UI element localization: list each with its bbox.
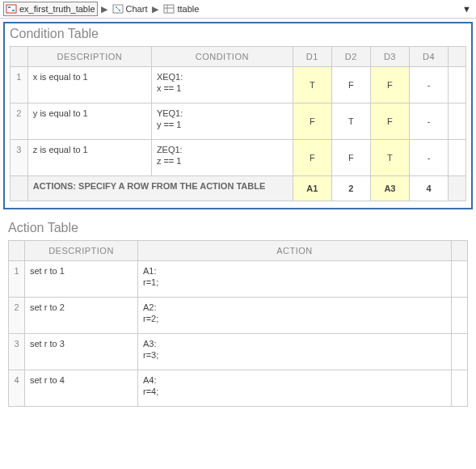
cell-action[interactable]: A4:r=4; [138,370,452,407]
row-number: 3 [9,334,25,370]
cell-description[interactable]: z is equal to 1 [27,140,151,176]
row-number: 2 [9,298,25,334]
cell-description[interactable]: set r to 3 [25,334,138,370]
row-number: 2 [11,104,28,140]
cell-d4[interactable]: - [409,104,448,140]
chart-icon [112,3,124,15]
breadcrumb: ex_first_truth_table ▶ Chart ▶ ttable ▼ [0,0,476,19]
breadcrumb-item-ttable[interactable]: ttable [162,2,200,15]
condition-table-panel: Condition Table DESCRIPTION CONDITION D1… [3,22,473,209]
cell-d3[interactable]: F [370,67,409,104]
header-end [449,47,466,67]
cell-action[interactable]: A2:r=2; [138,298,452,334]
cell-condition[interactable]: ZEQ1:z == 1 [151,140,293,176]
table-row[interactable]: 2 set r to 2 A2:r=2; [9,298,468,334]
table-icon [163,3,175,15]
cell-d2[interactable]: F [331,140,370,176]
header-description: DESCRIPTION [27,47,151,67]
cell-description[interactable]: set r to 1 [25,261,138,298]
cell-d4[interactable]: - [409,67,448,104]
cell-condition[interactable]: XEQ1:x == 1 [151,67,293,104]
breadcrumb-label: Chart [126,4,148,14]
cell-d1[interactable]: F [293,140,331,176]
header-end [452,241,468,261]
action-table-panel: Action Table DESCRIPTION ACTION 1 set r … [3,218,473,407]
cell-d3[interactable]: T [370,140,409,176]
header-description: DESCRIPTION [25,241,138,261]
cell-description[interactable]: y is equal to 1 [27,104,151,140]
table-row[interactable]: 3 set r to 3 A3:r=3; [9,334,468,370]
cell-description[interactable]: x is equal to 1 [27,67,151,104]
header-d4: D4 [409,47,448,67]
cell-action[interactable]: A1:r=1; [138,261,452,298]
actions-cell-d3[interactable]: A3 [370,176,409,201]
actions-row-label: ACTIONS: SPECIFY A ROW FROM THE ACTION T… [27,176,293,201]
row-number: 4 [9,370,25,407]
breadcrumb-item-model[interactable]: ex_first_truth_table [3,2,98,16]
breadcrumb-label: ttable [177,4,199,14]
cell-description[interactable]: set r to 2 [25,298,138,334]
action-table-title: Action Table [3,218,473,240]
row-number: 1 [9,261,25,298]
table-row[interactable]: 1 x is equal to 1 XEQ1:x == 1 T F F - [11,67,466,104]
table-header-row: DESCRIPTION ACTION [9,241,468,261]
actions-cell-d1[interactable]: A1 [293,176,331,201]
cell-condition[interactable]: YEQ1:y == 1 [151,104,293,140]
breadcrumb-separator: ▶ [152,4,158,15]
breadcrumb-item-chart[interactable]: Chart [111,2,150,15]
actions-row: ACTIONS: SPECIFY A ROW FROM THE ACTION T… [11,176,466,201]
cell-action[interactable]: A3:r=3; [138,334,452,370]
breadcrumb-label: ex_first_truth_table [19,4,95,14]
svg-rect-2 [12,10,15,11]
action-table: DESCRIPTION ACTION 1 set r to 1 A1:r=1; … [8,240,468,407]
cell-d2[interactable]: F [331,67,370,104]
table-row[interactable]: 1 set r to 1 A1:r=1; [9,261,468,298]
table-row[interactable]: 4 set r to 4 A4:r=4; [9,370,468,407]
row-number: 1 [11,67,28,104]
table-row[interactable]: 2 y is equal to 1 YEQ1:y == 1 F T F - [11,104,466,140]
condition-table-title: Condition Table [5,23,471,46]
cell-d3[interactable]: F [370,104,409,140]
header-action: ACTION [138,241,452,261]
actions-cell-d4[interactable]: 4 [409,176,448,201]
actions-cell-d2[interactable]: 2 [331,176,370,201]
header-d1: D1 [293,47,331,67]
breadcrumb-separator: ▶ [101,4,107,15]
header-d2: D2 [331,47,370,67]
table-row[interactable]: 3 z is equal to 1 ZEQ1:z == 1 F F T - [11,140,466,176]
header-rownum [9,241,25,261]
svg-rect-0 [6,5,16,13]
table-header-row: DESCRIPTION CONDITION D1 D2 D3 D4 [11,47,466,67]
header-rownum [11,47,28,67]
row-number: 3 [11,140,28,176]
condition-table: DESCRIPTION CONDITION D1 D2 D3 D4 1 x is… [10,46,466,201]
header-d3: D3 [370,47,409,67]
svg-rect-1 [8,6,11,8]
model-icon [6,3,17,15]
cell-d1[interactable]: F [293,104,331,140]
dropdown-arrow-icon[interactable]: ▼ [462,4,471,14]
cell-d1[interactable]: T [293,67,331,104]
header-condition: CONDITION [151,47,293,67]
svg-rect-7 [164,5,174,13]
cell-d4[interactable]: - [409,140,448,176]
cell-description[interactable]: set r to 4 [25,370,138,407]
cell-d2[interactable]: T [331,104,370,140]
